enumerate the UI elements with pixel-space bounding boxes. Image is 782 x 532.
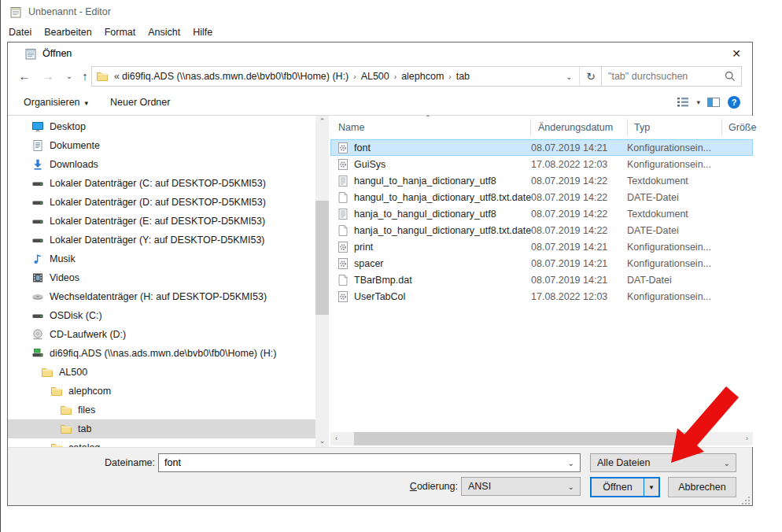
menu-ansicht[interactable]: Ansicht — [142, 25, 186, 39]
scrollbar-thumb[interactable] — [315, 201, 329, 315]
cancel-button[interactable]: Abbrechen — [668, 477, 736, 497]
address-dropdown-icon[interactable]: ⌄ — [559, 72, 579, 81]
breadcrumb-alephcom[interactable]: alephcom — [399, 71, 446, 82]
column-header-typ[interactable]: Typ — [634, 122, 650, 133]
scroll-down-icon[interactable]: ⌄ — [315, 435, 329, 447]
file-date: 08.07.2019 14:21 — [531, 275, 627, 286]
tree-item-downloads[interactable]: Downloads — [8, 155, 315, 174]
notepad-window: Unbenannt - Editor DateiBearbeitenFormat… — [0, 0, 782, 532]
close-icon[interactable]: ✕ — [727, 45, 746, 62]
breadcrumb-al500[interactable]: AL500 — [359, 71, 392, 82]
drive-icon — [31, 234, 44, 246]
breadcrumb-tab[interactable]: tab — [454, 71, 472, 82]
tree-item-di69fiq-ads-nas-ads-mwn-de-bvb0-fb0-home[interactable]: di69fiq.ADS (\\nas.ads.mwn.de\bvb0\fb0\H… — [8, 344, 315, 363]
column-separator[interactable] — [627, 119, 628, 136]
file-row-hanja-to-hangul-dictionary-utf8-txt-date[interactable]: hanja_to_hangul_dictionary_utf8.txt.date… — [330, 222, 753, 238]
breadcrumb: di69fiq.ADS (\\nas.ads.mwn.de\bvb0\fb0\H… — [120, 71, 472, 82]
tree-item-catalog[interactable]: catalog — [8, 438, 315, 447]
breadcrumb-di69fiq-ads-nas-ads-mwn-de-bvb0-fb0-home[interactable]: di69fiq.ADS (\\nas.ads.mwn.de\bvb0\fb0\H… — [120, 71, 351, 82]
column-header-nderungsdatum[interactable]: Änderungsdatum — [538, 122, 613, 133]
file-row-font[interactable]: font08.07.2019 14:21Konfigurationsein... — [330, 139, 753, 156]
breadcrumb-separator-icon[interactable]: › — [351, 72, 358, 81]
search-icon[interactable] — [724, 70, 736, 83]
column-separator[interactable] — [721, 119, 722, 136]
open-button[interactable]: Öffnen ▼ — [590, 477, 660, 497]
encoding-select[interactable]: ANSI ⌄ — [461, 477, 581, 496]
file-row-spacer[interactable]: spacer08.07.2019 14:21Konfigurationsein.… — [330, 255, 753, 272]
preview-pane-icon[interactable] — [706, 95, 721, 109]
file-type: DAT-Datei — [627, 275, 721, 286]
column-header-name[interactable]: Name — [338, 122, 364, 133]
column-header-gr-e[interactable]: Größe — [729, 122, 756, 133]
back-button[interactable]: ← — [15, 67, 34, 86]
tree-item-lokaler-datentr-ger-d-auf-desktop-d5kmi5[interactable]: Lokaler Datenträger (D: auf DESKTOP-D5KM… — [8, 193, 315, 212]
filename-input[interactable]: font ⌄ — [158, 453, 581, 472]
menu-bearbeiten[interactable]: Bearbeiten — [38, 25, 98, 39]
tree-item-wechseldatentr-ger-h-auf-desktop-d5kmi53[interactable]: Wechseldatenträger (H: auf DESKTOP-D5KMI… — [8, 287, 315, 306]
scroll-right-icon[interactable]: › — [741, 432, 753, 445]
file-row-tbarbmp-dat[interactable]: TBarBmp.dat08.07.2019 14:21DAT-Datei — [330, 272, 753, 288]
file-date: 08.07.2019 14:21 — [531, 242, 627, 253]
file-row-usertabcol[interactable]: UserTabCol17.08.2022 12:03Konfigurations… — [330, 288, 753, 305]
chevron-down-icon: ⌄ — [568, 482, 574, 491]
search-box[interactable]: "tab" durchsuchen — [601, 66, 742, 87]
refresh-icon[interactable]: ↻ — [579, 67, 602, 86]
file-type: DATE-Datei — [627, 225, 721, 236]
view-list-icon[interactable] — [676, 95, 690, 109]
textdoc-file-icon — [337, 208, 349, 220]
tree-item-files[interactable]: files — [8, 401, 315, 419]
column-separator[interactable] — [530, 119, 531, 136]
tree-item-lokaler-datentr-ger-y-auf-desktop-d5kmi5[interactable]: Lokaler Datenträger (Y: auf DESKTOP-D5KM… — [8, 231, 315, 249]
tree-item-lokaler-datentr-ger-c-auf-desktop-d5kmi5[interactable]: Lokaler Datenträger (C: auf DESKTOP-D5KM… — [8, 174, 315, 193]
breadcrumb-separator-icon[interactable]: › — [392, 72, 399, 81]
tree-item-cd-laufwerk-d[interactable]: CD-Laufwerk (D:) — [8, 325, 315, 344]
view-dropdown-icon[interactable]: ▾ — [696, 98, 700, 106]
file-row-hangul-to-hanja-dictionary-utf8[interactable]: hangul_to_hanja_dictionary_utf808.07.201… — [330, 172, 753, 189]
tree-item-videos[interactable]: Videos — [8, 268, 315, 287]
filetype-select[interactable]: Alle Dateien ⌄ — [590, 453, 736, 472]
file-row-hangul-to-hanja-dictionary-utf8-txt-date[interactable]: hangul_to_hanja_dictionary_utf8.txt.date… — [330, 189, 753, 205]
drive-icon — [31, 215, 44, 227]
file-type: Textdokument — [627, 209, 721, 220]
new-folder-button[interactable]: Neuer Ordner — [110, 97, 170, 108]
tree-item-osdisk-c[interactable]: OSDisk (C:) — [8, 306, 315, 325]
organize-button[interactable]: Organisieren▾ — [24, 97, 88, 108]
help-icon[interactable]: ? — [727, 95, 741, 109]
tree-item-dokumente[interactable]: Dokumente — [8, 136, 315, 155]
textdoc-file-icon — [337, 175, 349, 187]
tree-item-label: Desktop — [50, 121, 86, 132]
scroll-up-icon[interactable]: ⌃ — [315, 116, 329, 127]
resize-grip[interactable] — [741, 494, 751, 504]
scrollbar-thumb[interactable] — [354, 432, 692, 445]
network-icon — [31, 347, 44, 360]
file-list: ⌃ NameÄnderungsdatumTypGröße font08.07.2… — [330, 116, 753, 447]
file-row-print[interactable]: print08.07.2019 14:21Konfigurationsein..… — [330, 238, 753, 255]
address-bar[interactable]: « di69fiq.ADS (\\nas.ads.mwn.de\bvb0\fb0… — [91, 66, 603, 87]
tree-item-al500[interactable]: AL500 — [8, 363, 315, 382]
chevron-down-icon[interactable]: ⌄ — [568, 459, 574, 467]
file-type: Konfigurationsein... — [627, 291, 721, 302]
menu-hilfe[interactable]: Hilfe — [186, 25, 219, 39]
tree-item-desktop[interactable]: Desktop — [8, 117, 315, 136]
scroll-left-icon[interactable]: ‹ — [330, 432, 342, 445]
tree-item-label: Lokaler Datenträger (Y: auf DESKTOP-D5KM… — [50, 235, 265, 246]
breadcrumb-separator-icon[interactable]: › — [446, 72, 453, 81]
file-name: hanja_to_hangul_dictionary_utf8 — [354, 209, 531, 220]
documents-icon — [31, 139, 44, 152]
filelist-scrollbar[interactable]: ‹ › — [330, 432, 753, 445]
menu-format[interactable]: Format — [98, 25, 142, 39]
open-dropdown-icon[interactable]: ▼ — [644, 478, 658, 496]
file-row-hanja-to-hangul-dictionary-utf8[interactable]: hanja_to_hangul_dictionary_utf808.07.201… — [330, 205, 753, 222]
file-row-guisys[interactable]: GuiSys17.08.2022 12:03Konfigurationsein.… — [330, 156, 753, 172]
tree-item-tab[interactable]: tab — [8, 419, 315, 438]
file-name: TBarBmp.dat — [354, 275, 531, 286]
menu-datei[interactable]: Datei — [2, 25, 38, 39]
sidebar-scrollbar[interactable]: ⌃ ⌄ — [315, 116, 329, 447]
tree-item-lokaler-datentr-ger-e-auf-desktop-d5kmi5[interactable]: Lokaler Datenträger (E: auf DESKTOP-D5KM… — [8, 212, 315, 231]
breadcrumb-overflow[interactable]: « — [114, 71, 120, 82]
config-file-icon — [337, 158, 349, 171]
tree-item-musik[interactable]: Musik — [8, 249, 315, 268]
open-button-label[interactable]: Öffnen — [592, 478, 644, 496]
tree-item-alephcom[interactable]: alephcom — [8, 382, 315, 401]
file-type: Konfigurationsein... — [627, 159, 721, 170]
